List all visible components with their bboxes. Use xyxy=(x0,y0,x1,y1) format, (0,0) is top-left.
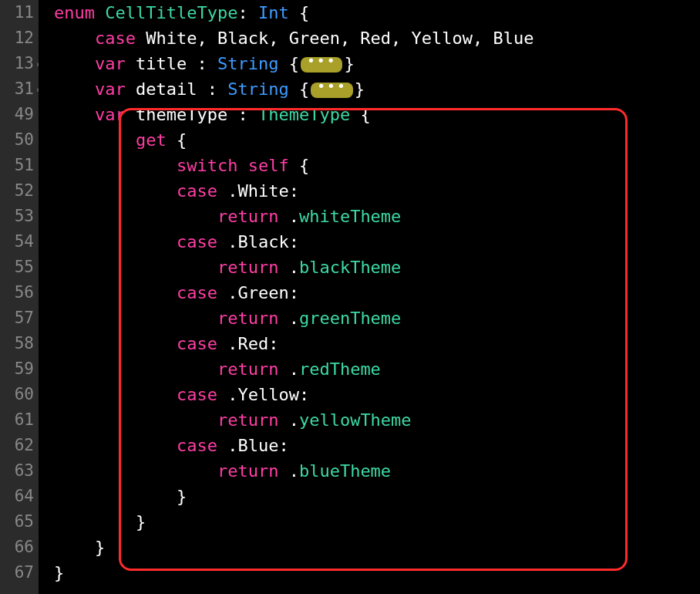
keyword-return: return xyxy=(217,359,278,379)
brace: } xyxy=(355,79,365,99)
code-line: case .Blue: xyxy=(54,433,700,458)
brace: { xyxy=(299,79,309,99)
line-number: 65 xyxy=(3,509,34,535)
keyword-var: var xyxy=(95,105,126,124)
punct: . xyxy=(289,359,299,379)
code-line: var themeType : ThemeType { xyxy=(54,102,700,127)
punct: . xyxy=(227,283,237,302)
line-number: 61 xyxy=(3,407,34,433)
code-line: case White, Black, Green, Red, Yellow, B… xyxy=(54,25,700,51)
enum-case: Blue xyxy=(237,436,278,455)
ellipsis-icon: ••• xyxy=(307,52,337,69)
code-line: } xyxy=(54,535,700,560)
code-line: case .Red: xyxy=(54,331,700,356)
keyword-case: case xyxy=(177,232,217,251)
code-line: switch self { xyxy=(54,153,700,178)
keyword-self: self xyxy=(248,156,289,175)
brace: { xyxy=(299,156,309,175)
line-number: 63 xyxy=(3,458,34,484)
brace: } xyxy=(95,538,105,557)
code-line: case .Yellow: xyxy=(54,382,700,407)
line-number: 67 xyxy=(3,560,34,586)
keyword-return: return xyxy=(217,461,278,481)
brace: } xyxy=(177,487,187,506)
var-name: themeType xyxy=(136,105,227,124)
punct: . xyxy=(227,436,237,455)
fold-indicator[interactable]: ••• xyxy=(301,57,343,73)
var-name: title xyxy=(136,54,187,73)
fold-indicator[interactable]: ••• xyxy=(311,83,353,98)
line-number: 60 xyxy=(3,382,34,407)
punct: . xyxy=(227,181,237,201)
line-number: 55 xyxy=(3,255,34,280)
code-line: return .blueTheme xyxy=(54,458,700,484)
line-number: 49 xyxy=(3,102,34,127)
member: blueTheme xyxy=(299,461,391,481)
line-number: 50 xyxy=(3,127,34,153)
code-line: get { xyxy=(54,127,700,153)
punct: . xyxy=(227,385,237,404)
line-number: 12 xyxy=(3,25,34,51)
keyword-case: case xyxy=(177,334,217,353)
code-line: } xyxy=(54,560,700,586)
punct: : xyxy=(207,79,217,99)
code-editor[interactable]: 111213▸31▸495051525354555657585960616263… xyxy=(0,0,700,594)
brace: { xyxy=(177,130,187,150)
code-line: case .White: xyxy=(54,178,700,204)
punct: . xyxy=(289,309,299,328)
punct: . xyxy=(289,410,299,430)
var-name: detail xyxy=(136,79,197,99)
keyword-var: var xyxy=(95,79,126,99)
keyword-var: var xyxy=(95,54,126,73)
line-number: 51 xyxy=(3,153,34,178)
punct: : xyxy=(289,283,299,302)
member: greenTheme xyxy=(299,309,401,328)
punct: . xyxy=(227,232,237,251)
code-line: return .blackTheme xyxy=(54,255,700,280)
code-line: case .Black: xyxy=(54,229,700,255)
punct: : xyxy=(278,436,288,455)
line-number: 62 xyxy=(3,433,34,458)
keyword-case: case xyxy=(177,436,217,455)
line-number: 13▸ xyxy=(3,51,34,76)
line-number: 54 xyxy=(3,229,34,255)
line-number: 58 xyxy=(3,331,34,356)
punct: . xyxy=(227,334,237,353)
punct: : xyxy=(289,232,299,251)
code-line: var detail : String {•••} xyxy=(54,76,700,102)
enum-case: Black xyxy=(237,232,288,251)
code-line: return .whiteTheme xyxy=(54,204,700,229)
line-number: 31▸ xyxy=(3,76,34,102)
enum-case: Yellow xyxy=(237,385,298,404)
member: blackTheme xyxy=(299,258,401,277)
member: redTheme xyxy=(299,359,381,379)
type-string: String xyxy=(227,79,288,99)
type-name: CellTitleType xyxy=(105,3,237,22)
code-area[interactable]: enum CellTitleType: Int { case White, Bl… xyxy=(39,0,700,594)
keyword-return: return xyxy=(217,258,278,277)
type-int: Int xyxy=(258,3,289,22)
punct: : xyxy=(299,385,309,404)
enum-case: Green xyxy=(237,283,288,302)
keyword-return: return xyxy=(217,207,278,226)
line-number: 53 xyxy=(3,204,34,229)
keyword-case: case xyxy=(95,29,136,48)
brace: { xyxy=(289,54,299,73)
line-number: 59 xyxy=(3,356,34,382)
enum-members: White, Black, Green, Red, Yellow, Blue xyxy=(146,29,533,48)
keyword-enum: enum xyxy=(54,3,95,22)
code-line: case .Green: xyxy=(54,280,700,305)
punct: : xyxy=(289,181,299,201)
brace: } xyxy=(136,512,146,532)
code-line: } xyxy=(54,484,700,509)
line-number-gutter: 111213▸31▸495051525354555657585960616263… xyxy=(0,0,39,594)
code-line: } xyxy=(54,509,700,535)
line-number: 56 xyxy=(3,280,34,305)
brace: { xyxy=(360,105,370,124)
punct: : xyxy=(237,105,247,124)
punct: . xyxy=(289,258,299,277)
punct: . xyxy=(289,461,299,481)
member: yellowTheme xyxy=(299,410,412,430)
line-number: 11 xyxy=(3,0,34,25)
line-number: 57 xyxy=(3,305,34,331)
